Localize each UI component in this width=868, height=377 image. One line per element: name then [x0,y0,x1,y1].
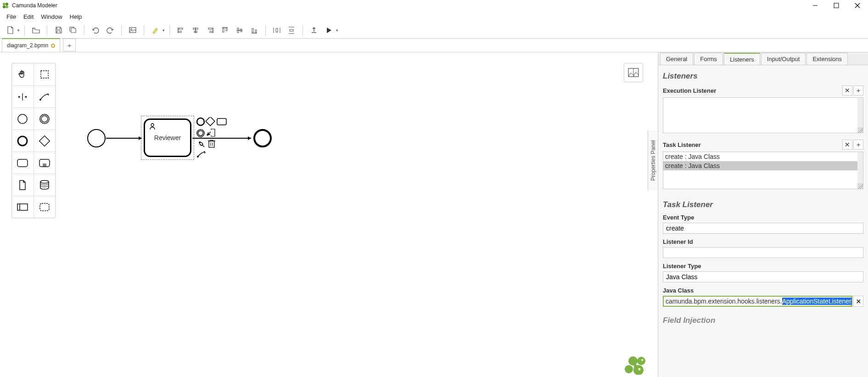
remove-execution-listener-button[interactable]: ✕ [842,85,852,96]
pad-trash-icon [208,140,215,147]
svg-rect-17 [208,28,212,29]
minimap-toggle[interactable] [624,63,643,82]
menu-help[interactable]: Help [66,12,86,21]
undo-icon[interactable] [89,24,102,37]
resize-handle[interactable] [857,183,863,189]
minimize-button[interactable] [805,0,826,11]
add-execution-listener-button[interactable]: + [853,85,863,96]
end-event-node[interactable] [252,128,273,148]
highlighter-icon[interactable] [149,24,162,37]
svg-rect-33 [290,29,293,31]
align-top-icon[interactable] [218,24,231,37]
list-item[interactable]: create : Java Class [663,152,863,161]
distribute-h-icon[interactable] [270,24,283,37]
deploy-icon[interactable] [308,24,320,37]
canvas[interactable]: Reviewer [0,52,648,377]
svg-rect-21 [226,28,227,31]
svg-point-71 [641,359,643,361]
clear-java-class-button[interactable]: ✕ [853,296,863,307]
listener-id-label: Listener Id [663,238,863,245]
execution-listener-label: Execution Listener [663,87,841,94]
align-middle-icon[interactable] [233,24,246,37]
new-tab-button[interactable]: + [63,39,76,51]
svg-point-68 [625,365,633,373]
chevron-down-icon[interactable]: ▾ [336,28,338,33]
new-file-icon[interactable] [4,24,17,37]
svg-point-66 [628,356,638,366]
svg-line-56 [202,145,204,147]
java-class-label: Java Class [663,287,863,294]
redo-icon[interactable] [104,24,117,37]
svg-rect-30 [276,28,278,32]
align-left-icon[interactable] [174,24,187,37]
svg-rect-5 [834,3,839,8]
svg-point-52 [88,129,105,147]
pad-task-icon [217,118,226,125]
listener-type-select[interactable]: Java Class [663,271,863,282]
event-type-select[interactable]: create [663,223,863,234]
java-class-input[interactable]: camunda.bpm.extension.hooks.listeners.Ap… [663,296,852,307]
tab-extensions[interactable]: Extensions [806,53,848,65]
menu-edit[interactable]: Edit [20,12,37,21]
distribute-v-icon[interactable] [285,24,298,37]
section-field-injection: Field Injection [663,316,863,325]
pad-wrench-icon [199,141,204,147]
svg-rect-18 [210,31,212,33]
svg-point-1 [6,3,8,6]
svg-rect-20 [223,28,224,32]
chevron-down-icon[interactable]: ▾ [162,28,165,33]
properties-panel: General Forms Listeners Input/Output Ext… [658,52,868,377]
svg-point-72 [638,368,641,371]
menu-file[interactable]: File [3,12,20,21]
save-icon[interactable] [52,24,65,37]
chevron-down-icon[interactable]: ▾ [17,28,20,33]
listener-id-input[interactable] [663,247,863,258]
start-event-node[interactable] [86,128,106,148]
tab-label: diagram_2.bpmn [7,42,48,49]
tab-general[interactable]: General [660,53,693,65]
maximize-button[interactable] [826,0,847,11]
window-controls [805,0,868,11]
file-tab[interactable]: diagram_2.bpmn [2,38,60,52]
align-bottom-icon[interactable] [248,24,261,37]
align-right-icon[interactable] [204,24,217,37]
section-task-listener: Task Listener [663,200,863,209]
app-logo [2,2,9,9]
sequence-flow[interactable] [191,136,256,141]
unsaved-indicator-icon [51,44,55,48]
image-icon[interactable] [126,24,139,37]
open-folder-icon[interactable] [29,24,42,37]
add-task-listener-button[interactable]: + [853,140,863,150]
pad-annotation-icon [207,132,211,135]
task-listener-label: Task Listener [663,141,841,148]
svg-point-63 [254,130,271,146]
tab-forms[interactable]: Forms [694,53,723,65]
listener-type-label: Listener Type [663,263,863,270]
tab-listeners[interactable]: Listeners [724,53,760,65]
align-center-icon[interactable] [189,24,202,37]
svg-rect-57 [209,141,214,147]
svg-point-55 [198,131,203,136]
svg-point-61 [197,156,199,158]
app-title: Camunda Modeler [12,2,57,9]
svg-rect-11 [179,28,183,29]
execution-listener-list[interactable] [663,97,863,133]
list-item[interactable]: create : Java Class [663,161,863,170]
task-label: Reviewer [154,134,181,141]
menu-window[interactable]: Window [37,12,66,21]
props-panel-toggle[interactable]: Properties Panel [648,130,658,190]
svg-point-3 [6,6,8,8]
resize-handle[interactable] [857,127,863,133]
close-button[interactable] [847,0,868,11]
play-icon[interactable] [322,24,335,37]
sequence-flow[interactable] [105,136,146,141]
svg-rect-26 [252,28,253,32]
user-task-node[interactable]: Reviewer [144,118,191,157]
camunda-badge-icon [623,355,647,375]
tab-input-output[interactable]: Input/Output [761,53,806,65]
remove-task-listener-button[interactable]: ✕ [842,140,852,150]
svg-rect-70 [634,365,637,367]
save-all-icon[interactable] [67,24,79,37]
svg-rect-27 [255,30,257,32]
task-listener-list[interactable]: create : Java Class create : Java Class [663,152,863,189]
